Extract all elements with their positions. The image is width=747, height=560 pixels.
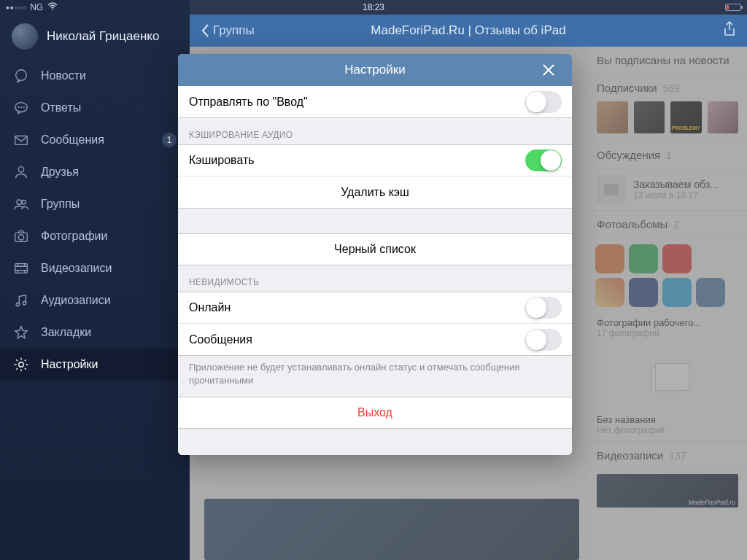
video-preview[interactable]: MadeForiPad.ru: [597, 474, 738, 508]
gear-icon: [12, 357, 31, 373]
profile-row[interactable]: Николай Грицаенко: [0, 18, 190, 60]
svg-point-14: [23, 301, 26, 305]
setting-online[interactable]: Онлайн: [178, 292, 572, 324]
svg-point-4: [21, 107, 22, 108]
sidebar: Николай Грицаенко Новости Ответы Сообщен…: [0, 0, 190, 560]
svg-point-11: [18, 235, 23, 240]
section-header-cache: КЭШИРОВАНИЕ АУДИО: [178, 118, 572, 144]
camera-icon: [12, 228, 31, 244]
sidebar-item-bookmarks[interactable]: Закладки: [0, 316, 190, 349]
blacklist-button[interactable]: Черный список: [178, 233, 572, 265]
speech-bubble-icon: [12, 68, 31, 84]
discussion-icon: [597, 175, 626, 204]
back-button[interactable]: Группы: [200, 23, 255, 39]
unread-badge: 1: [162, 133, 177, 147]
discussion-item[interactable]: Заказываем обз... 13 июля в 18:17: [588, 169, 747, 210]
back-label: Группы: [213, 23, 255, 38]
album-preview[interactable]: [588, 238, 747, 317]
setting-label: Кэшировать: [189, 154, 255, 167]
sidebar-item-label: Закладки: [41, 326, 91, 339]
svg-point-3: [18, 107, 19, 108]
sidebar-item-news[interactable]: Новости: [0, 60, 190, 92]
section-footer-invisibility: Приложение не будет устанавливать онлайн…: [178, 356, 572, 397]
chat-icon: [12, 100, 31, 116]
subscriber-thumbs: PROBLEM?: [588, 94, 747, 141]
share-button[interactable]: [722, 20, 737, 42]
svg-point-0: [52, 9, 53, 10]
album-title: Фотографии рабочего...: [588, 317, 747, 328]
sidebar-item-photos[interactable]: Фотографии: [0, 220, 190, 252]
svg-point-7: [18, 167, 23, 172]
discussion-time: 13 июля в 18:17: [633, 190, 719, 201]
setting-send-on-enter[interactable]: Отправлять по "Ввод": [178, 86, 572, 118]
people-icon: [12, 196, 31, 212]
section-spacer: [178, 209, 572, 233]
signal-dots: ●●○○○: [6, 4, 27, 11]
svg-rect-12: [15, 264, 28, 273]
album-subtitle: 17 фотографий: [588, 328, 747, 344]
share-icon: [722, 20, 737, 38]
star-icon: [12, 324, 31, 341]
close-button[interactable]: [533, 54, 565, 86]
setting-label: Удалить кэш: [341, 186, 409, 199]
sidebar-item-label: Ответы: [41, 101, 81, 114]
album-title: Без названия: [588, 414, 747, 425]
sidebar-item-label: Группы: [41, 198, 80, 211]
mail-icon: [12, 132, 31, 148]
svg-point-8: [17, 200, 21, 204]
battery-icon: [725, 4, 741, 11]
settings-modal: Настройки Отправлять по "Ввод" КЭШИРОВАН…: [178, 54, 572, 455]
subscriber-thumb[interactable]: [597, 101, 628, 133]
logout-button[interactable]: Выход: [178, 397, 572, 429]
sidebar-item-label: Фотографии: [41, 230, 107, 243]
svg-rect-6: [15, 136, 28, 145]
subscriber-thumb[interactable]: PROBLEM?: [670, 101, 702, 133]
empty-album[interactable]: [588, 344, 747, 414]
clear-cache-button[interactable]: Удалить кэш: [178, 176, 572, 209]
film-icon: [12, 260, 31, 276]
sidebar-item-label: Настройки: [41, 358, 98, 371]
background-photo: [204, 499, 579, 560]
discussions-header[interactable]: Обсуждения 1: [588, 141, 747, 169]
sidebar-item-label: Сообщения: [41, 133, 104, 147]
setting-label: Выход: [357, 406, 392, 419]
svg-point-5: [23, 107, 24, 108]
close-icon: [542, 63, 555, 77]
sidebar-item-audio[interactable]: Аудиозаписи: [0, 284, 190, 316]
music-note-icon: [12, 292, 31, 308]
toggle-switch[interactable]: [525, 297, 562, 319]
chevron-left-icon: [200, 23, 210, 39]
sidebar-item-replies[interactable]: Ответы: [0, 92, 190, 124]
sidebar-item-label: Новости: [41, 69, 86, 82]
subscribed-row[interactable]: Вы подписаны на новости: [588, 47, 747, 74]
status-clock: 18:23: [363, 2, 384, 12]
nav-header: Группы MadeForiPad.Ru | Отзывы об iPad: [190, 15, 747, 47]
toggle-switch[interactable]: [525, 149, 562, 171]
sidebar-item-friends[interactable]: Друзья: [0, 156, 190, 188]
sidebar-item-videos[interactable]: Видеозаписи: [0, 252, 190, 284]
svg-point-15: [19, 362, 23, 367]
sidebar-item-messages[interactable]: Сообщения 1: [0, 124, 190, 156]
toggle-switch[interactable]: [525, 91, 562, 113]
videos-header[interactable]: Видеозаписи 137: [588, 441, 747, 470]
subscriber-thumb[interactable]: [708, 101, 739, 133]
toggle-switch[interactable]: [525, 329, 562, 351]
page-title: MadeForiPad.Ru | Отзывы об iPad: [371, 23, 565, 38]
albums-header[interactable]: Фотоальбомы 2: [588, 210, 747, 238]
subscribers-header[interactable]: Подписчики 569: [588, 74, 747, 94]
sidebar-item-groups[interactable]: Группы: [0, 188, 190, 220]
setting-messages[interactable]: Сообщения: [178, 324, 572, 356]
modal-header: Настройки: [178, 54, 572, 86]
profile-name: Николай Грицаенко: [47, 29, 159, 44]
album-subtitle: Нет фотографий: [588, 425, 747, 441]
setting-cache[interactable]: Кэшировать: [178, 144, 572, 176]
setting-label: Сообщения: [189, 333, 252, 346]
right-column: Вы подписаны на новости Подписчики 569 P…: [588, 47, 747, 560]
subscriber-thumb[interactable]: [634, 101, 665, 133]
discussion-title: Заказываем обз...: [633, 179, 719, 190]
avatar: [12, 23, 38, 50]
wifi-icon: [47, 2, 58, 12]
sidebar-item-settings[interactable]: Настройки: [0, 349, 190, 381]
setting-label: Онлайн: [189, 301, 231, 314]
status-bar: ●●○○○ NG 18:23: [0, 0, 747, 15]
